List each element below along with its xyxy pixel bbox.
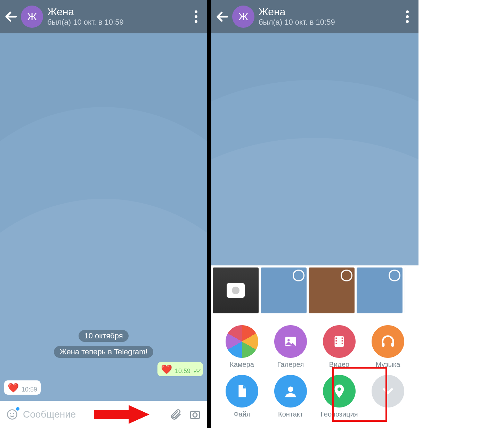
svg-point-10 [406, 15, 409, 18]
more-menu-button[interactable] [188, 8, 204, 25]
camera-icon [227, 283, 245, 298]
attach-gallery[interactable]: Галерея [266, 325, 315, 369]
file-icon [234, 383, 250, 399]
thumb-camera[interactable] [213, 268, 259, 313]
attach-label: Файл [233, 410, 250, 418]
screenshot-divider [207, 0, 211, 428]
svg-rect-15 [335, 338, 337, 339]
paperclip-icon [169, 408, 182, 421]
select-circle[interactable] [341, 270, 352, 281]
svg-rect-17 [335, 343, 337, 344]
svg-point-1 [195, 15, 197, 18]
svg-point-5 [13, 413, 14, 414]
svg-point-0 [195, 10, 197, 13]
attach-label: Контакт [278, 410, 303, 418]
emoji-update-dot [15, 406, 20, 411]
svg-point-13 [287, 339, 290, 341]
more-menu-button[interactable] [399, 8, 416, 25]
svg-rect-21 [382, 343, 385, 347]
arrow-left-icon [3, 8, 19, 25]
thumb-photo[interactable] [309, 268, 355, 313]
svg-rect-19 [342, 340, 343, 341]
svg-point-3 [8, 410, 17, 419]
attach-button[interactable] [167, 406, 184, 423]
more-vertical-icon [188, 8, 204, 25]
chat-background: 10 октября Жена теперь в Telegram! ❤️ 10… [0, 33, 207, 401]
attach-video[interactable]: Видео [315, 325, 364, 369]
select-circle[interactable] [293, 270, 304, 281]
attach-camera[interactable]: Камера [218, 325, 266, 369]
svg-rect-18 [342, 338, 343, 339]
header-titles[interactable]: Жена был(а) 10 окт. в 10:59 [47, 6, 188, 27]
svg-rect-16 [335, 340, 337, 341]
screen-chat: Ж Жена был(а) 10 окт. в 10:59 10 октября… [0, 0, 207, 428]
camera-button[interactable] [186, 406, 204, 423]
svg-rect-20 [342, 343, 343, 344]
person-icon [283, 383, 299, 399]
thumb-photo[interactable] [357, 268, 403, 313]
message-time: 10:59 [175, 368, 190, 375]
attach-bottom-sheet: Камера Галерея Видео Музыка Файл Контакт [211, 265, 418, 428]
chat-background [211, 33, 418, 265]
image-icon [283, 334, 299, 349]
thumb-more[interactable] [405, 268, 413, 313]
svg-point-2 [195, 20, 197, 23]
svg-point-9 [406, 10, 409, 13]
film-icon [331, 334, 347, 349]
more-vertical-icon [399, 8, 416, 25]
back-button[interactable] [214, 8, 231, 25]
contact-avatar[interactable]: Ж [232, 6, 254, 28]
recent-photos-strip[interactable] [211, 265, 418, 315]
attach-music[interactable]: Музыка [364, 325, 412, 369]
read-ticks-icon: ✓✓ [193, 367, 200, 375]
camera-icon [189, 408, 201, 421]
last-seen-status: был(а) 10 окт. в 10:59 [47, 17, 188, 27]
emoji-button[interactable] [3, 406, 21, 423]
service-message-joined: Жена теперь в Telegram! [54, 346, 153, 358]
heart-emoji: ❤️ [161, 364, 172, 375]
date-separator: 10 октября [79, 330, 128, 342]
header-titles[interactable]: Жена был(а) 10 окт. в 10:59 [259, 6, 399, 27]
heart-emoji: ❤️ [8, 382, 19, 393]
chat-header: Ж Жена был(а) 10 окт. в 10:59 [211, 0, 418, 33]
svg-rect-22 [391, 343, 394, 347]
thumb-photo[interactable] [261, 268, 307, 313]
arrow-left-icon [214, 8, 231, 25]
select-circle[interactable] [389, 270, 400, 281]
last-seen-status: был(а) 10 окт. в 10:59 [259, 17, 399, 27]
svg-point-4 [10, 413, 11, 414]
back-button[interactable] [3, 8, 19, 25]
annotation-highlight-location [332, 367, 387, 422]
contact-avatar[interactable]: Ж [21, 6, 43, 28]
svg-point-23 [288, 387, 293, 392]
message-input-bar [0, 401, 207, 428]
attach-types-grid: Камера Галерея Видео Музыка Файл Контакт [211, 315, 418, 428]
camera-aperture-icon [226, 325, 258, 358]
message-outgoing[interactable]: ❤️ 10:59 ✓✓ [157, 362, 203, 376]
chat-messages[interactable]: 10 октября Жена теперь в Telegram! ❤️ 10… [0, 33, 207, 401]
screen-attach-sheet: Ж Жена был(а) 10 окт. в 10:59 Камера [211, 0, 418, 428]
chat-header: Ж Жена был(а) 10 окт. в 10:59 [0, 0, 207, 33]
message-time: 10:59 [22, 386, 37, 393]
message-input[interactable] [23, 409, 165, 420]
contact-name: Жена [47, 6, 188, 17]
svg-point-7 [193, 413, 197, 417]
svg-point-11 [406, 20, 409, 23]
attach-file[interactable]: Файл [218, 375, 266, 418]
contact-name: Жена [259, 6, 399, 17]
message-incoming[interactable]: ❤️ 10:59 [4, 380, 41, 395]
attach-label: Камера [230, 361, 254, 369]
headphones-icon [380, 334, 396, 349]
attach-contact[interactable]: Контакт [266, 375, 315, 418]
screenshot-right-padding [418, 0, 504, 428]
attach-label: Галерея [277, 361, 304, 369]
